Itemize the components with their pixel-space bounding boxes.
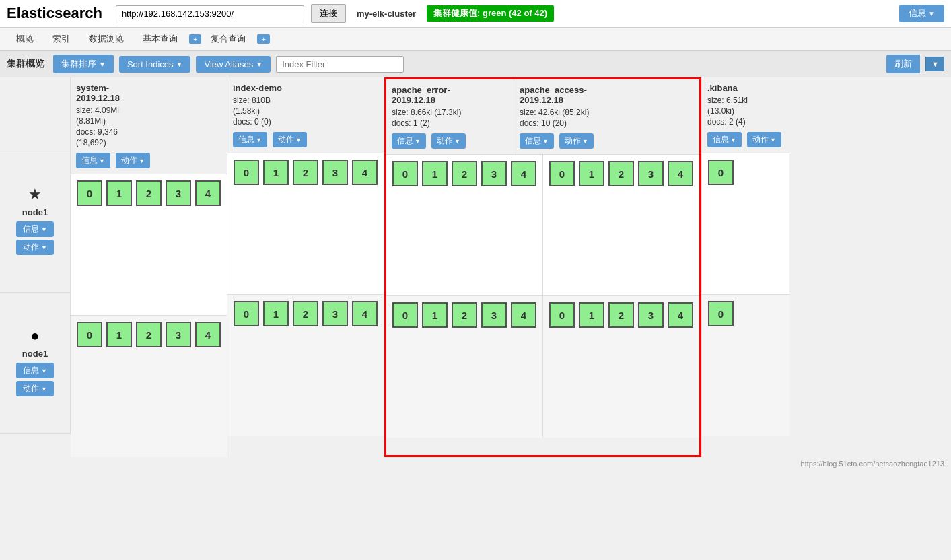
index-system-replica-shards: 0 1 2 3 4: [71, 316, 227, 457]
index-demo-info-btn[interactable]: 信息: [233, 132, 267, 147]
apache-access-replica: 0 1 2 3 4: [543, 296, 699, 438]
shard-2: 2: [452, 161, 477, 186]
index-system: system-2019.12.18 size: 4.09Mi (8.81Mi) …: [71, 77, 227, 457]
node1-replica: ● node1 信息 动作: [0, 293, 71, 434]
index-demo: index-demo size: 810B (1.58ki) docs: 0 (…: [227, 77, 384, 457]
shard-0: 0: [234, 160, 259, 185]
info-button-top[interactable]: 信息: [899, 5, 944, 22]
toolbar-title: 集群概览: [7, 58, 44, 70]
index-system-size: size: 4.09Mi: [76, 106, 221, 115]
shard-r4: 4: [352, 301, 378, 326]
basic-query-plus[interactable]: +: [189, 34, 201, 44]
tab-data-browse[interactable]: 数据浏览: [79, 28, 133, 50]
shard-r3: 3: [638, 302, 664, 328]
tab-index[interactable]: 索引: [43, 28, 79, 50]
index-kibana: .kibana size: 6.51ki (13.0ki) docs: 2 (4…: [701, 77, 789, 457]
complex-query-plus[interactable]: +: [257, 34, 269, 44]
shard-3: 3: [166, 180, 191, 206]
index-kibana-header: .kibana size: 6.51ki (13.0ki) docs: 2 (4…: [702, 77, 789, 153]
node1-replica-name: node1: [22, 349, 48, 359]
index-demo-title: index-demo: [233, 83, 378, 93]
shard-r3: 3: [481, 302, 507, 328]
shard-3: 3: [481, 161, 507, 186]
index-kibana-replica-shards: 0: [702, 295, 789, 436]
footer-url: https://blog.51cto.com/netcaozhengtao121…: [801, 460, 944, 468]
star-icon: ★: [28, 186, 42, 203]
shard-4: 4: [511, 161, 536, 186]
index-apache-error-action-btn[interactable]: 动作: [431, 133, 466, 149]
nodes-column: ★ node1 信息 动作 ● node1 信息 动作: [0, 77, 71, 457]
shard-r0: 0: [77, 322, 102, 347]
index-apache-error-header: apache_error-2019.12.18 size: 8.66ki (17…: [386, 79, 514, 154]
sort-indices-button[interactable]: Sort Indices: [119, 56, 191, 73]
index-apache-access-info-btn[interactable]: 信息: [520, 133, 554, 149]
node1-replica-action-button[interactable]: 动作: [16, 381, 54, 396]
shard-r4: 4: [195, 322, 221, 347]
index-apache-access-action-btn[interactable]: 动作: [559, 133, 594, 149]
index-system-docs: docs: 9,346: [76, 127, 221, 137]
tab-basic-query[interactable]: 基本查询: [133, 28, 187, 50]
apache-access-primary: 0 1 2 3 4: [543, 155, 699, 295]
index-demo-size2: (1.58ki): [233, 106, 378, 116]
view-aliases-button[interactable]: View Aliases: [196, 56, 271, 73]
index-kibana-info-btn[interactable]: 信息: [707, 132, 742, 147]
footer: https://blog.51cto.com/netcaozhengtao121…: [0, 457, 951, 470]
index-kibana-docs: docs: 2 (4): [707, 117, 784, 127]
index-kibana-action-btn[interactable]: 动作: [747, 132, 781, 147]
index-system-title: system-2019.12.18: [76, 83, 221, 103]
tab-complex-query-group: 复合查询 +: [201, 28, 269, 50]
indices-area: system-2019.12.18 size: 4.09Mi (8.81Mi) …: [71, 77, 951, 457]
shard-3: 3: [638, 161, 664, 186]
apache-replica-shards: 0 1 2 3 4 0 1 2 3 4: [386, 296, 699, 438]
circle-icon: ●: [30, 327, 39, 345]
index-filter-input[interactable]: [276, 56, 404, 73]
cluster-sort-button[interactable]: 集群排序: [53, 55, 114, 73]
shard-3: 3: [322, 160, 348, 185]
index-demo-header: index-demo size: 810B (1.58ki) docs: 0 (…: [227, 77, 384, 153]
toolbar: 集群概览 集群排序 Sort Indices View Aliases 刷新 ▼: [0, 51, 951, 77]
index-kibana-primary-shards: 0: [702, 153, 789, 295]
main-content: ★ node1 信息 动作 ● node1 信息 动作 system-2019.…: [0, 77, 951, 457]
index-demo-docs: docs: 0 (0): [233, 117, 378, 127]
index-kibana-size: size: 6.51ki: [707, 96, 784, 105]
index-kibana-size2: (13.0ki): [707, 106, 784, 116]
node1-info-button[interactable]: 信息: [16, 221, 54, 237]
node1-primary: ★ node1 信息 动作: [0, 151, 71, 293]
shard-r2: 2: [136, 322, 162, 347]
shard-r3: 3: [166, 322, 191, 347]
content-wrapper: system-2019.12.18 size: 4.09Mi (8.81Mi) …: [71, 77, 951, 457]
header-spacer: [0, 77, 71, 151]
shard-4: 4: [195, 180, 221, 206]
apache-highlighted-group: apache_error-2019.12.18 size: 8.66ki (17…: [384, 77, 701, 457]
index-demo-action-btn[interactable]: 动作: [273, 132, 307, 147]
index-apache-error-title: apache_error-2019.12.18: [392, 85, 508, 105]
shard-4: 4: [352, 160, 378, 185]
shard-r1: 1: [263, 301, 289, 326]
node1-name: node1: [22, 207, 48, 217]
refresh-dropdown-button[interactable]: ▼: [925, 57, 944, 71]
index-apache-error-info-btn[interactable]: 信息: [392, 133, 426, 149]
shard-r4: 4: [668, 302, 693, 328]
shard-0: 0: [708, 160, 734, 185]
node1-replica-info-button[interactable]: 信息: [16, 363, 54, 378]
apache-headers: apache_error-2019.12.18 size: 8.66ki (17…: [386, 79, 699, 155]
shard-0: 0: [549, 161, 575, 186]
index-system-info-btn[interactable]: 信息: [76, 153, 110, 168]
index-apache-error-size: size: 8.66ki (17.3ki): [392, 108, 508, 117]
index-system-docs2: (18,692): [76, 138, 221, 147]
index-apache-error-docs: docs: 1 (2): [392, 118, 508, 128]
shard-1: 1: [106, 180, 132, 206]
url-input[interactable]: [116, 5, 304, 22]
app-title: Elasticsearch: [7, 5, 102, 22]
node1-action-button[interactable]: 动作: [16, 240, 54, 255]
refresh-button[interactable]: 刷新: [886, 55, 920, 73]
index-system-action-btn[interactable]: 动作: [116, 153, 150, 168]
tab-complex-query[interactable]: 复合查询: [201, 28, 255, 50]
shard-r3: 3: [322, 301, 348, 326]
shard-r0: 0: [549, 302, 575, 328]
shard-1: 1: [579, 161, 604, 186]
connect-button[interactable]: 连接: [311, 4, 346, 23]
cluster-name: my-elk-cluster: [357, 9, 416, 19]
top-bar: Elasticsearch 连接 my-elk-cluster 集群健康值: g…: [0, 0, 951, 28]
tab-overview[interactable]: 概览: [7, 28, 43, 50]
